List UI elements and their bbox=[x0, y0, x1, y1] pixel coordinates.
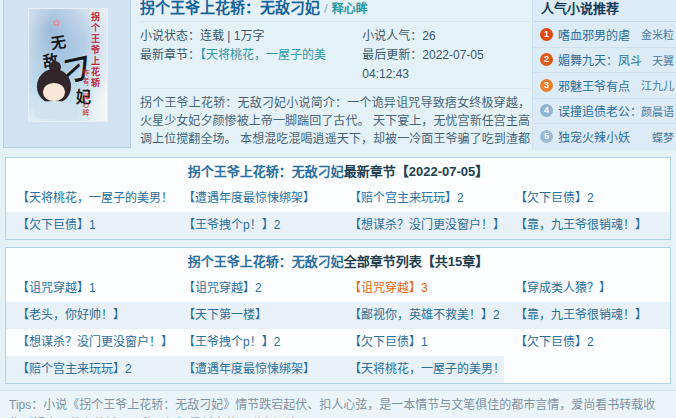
popularity-row: 小说人气：26 bbox=[362, 27, 530, 46]
popular-novels-sidebar: 人气小说推荐 1 嗜血邪男的虐 金米粒 2 媚舞九天：凤斗 天翼 3 邪魅王爷有… bbox=[532, 0, 676, 150]
chapter-link[interactable]: 【王爷拽个p！】2 bbox=[172, 212, 338, 239]
ranking-item[interactable]: 2 媚舞九天：凤斗 天翼 bbox=[533, 48, 676, 74]
book-header-section: ✿ 拐个王爷上花轿 无 敌 刁 妃 作者：释心眸 拐个王爷上花轿：无敌刁妃 / … bbox=[0, 0, 676, 150]
ranking-item[interactable]: 3 邪魅王爷有点 江九儿 bbox=[533, 73, 676, 99]
all-chapters-panel: 拐个王爷上花轿：无敌刁妃全部章节列表【共15章】 【诅咒穿越】1 【诅咒穿越】2… bbox=[5, 247, 671, 384]
cover-girl-illustration bbox=[35, 101, 75, 119]
status-row: 小说状态：连载 | 1万字 bbox=[140, 27, 362, 46]
latest-chapters-grid: 【天将桃花，一屋子的美男！】 【遭遇年度最惊悚绑架】 【赔个宫主来玩玩】2 【欠… bbox=[6, 185, 670, 239]
latest-chapters-header: 拐个王爷上花轿：无敌刁妃最新章节【2022-07-05】 bbox=[6, 158, 670, 185]
ranking-list: 1 嗜血邪男的虐 金米粒 2 媚舞九天：凤斗 天翼 3 邪魅王爷有点 江九儿 4… bbox=[533, 22, 676, 150]
flower-icon: ✿ bbox=[53, 18, 61, 28]
header-book-title: 拐个王爷上花轿：无敌刁妃 bbox=[188, 164, 344, 179]
chapter-link[interactable]: 【赔个宫主来玩玩】2 bbox=[6, 356, 172, 383]
chapter-link[interactable]: 【靠，九王爷很销魂！】 bbox=[504, 212, 670, 239]
chapter-link[interactable]: 【诅咒穿越】2 bbox=[172, 275, 338, 302]
chapter-link[interactable]: 【靠，九王爷很销魂！】 bbox=[504, 302, 670, 329]
book-intro: 拐个王爷上花轿：无敌刁妃小说简介：一个诡异诅咒导致痞女终极穿越，火星少女妃夕颜惨… bbox=[140, 94, 530, 150]
ranked-novel-title[interactable]: 误撞追债老公： bbox=[558, 102, 638, 119]
tips-footer: Tips：小说《拐个王爷上花轿：无敌刁妃》情节跌宕起伏、扣人心弦，是一本情节与文… bbox=[0, 390, 676, 418]
latest-chapter-link[interactable]: 【天将桃花，一屋子的美 bbox=[200, 48, 326, 62]
chapter-link[interactable]: 【欠下巨债】1 bbox=[338, 329, 504, 356]
sidebar-header: 人气小说推荐 bbox=[533, 0, 676, 22]
cover-girl-illustration bbox=[43, 83, 65, 101]
status-value: 连载 | 1万字 bbox=[200, 29, 264, 43]
ranking-item[interactable]: 4 误撞追债老公： 颜晨语 bbox=[533, 99, 676, 125]
ranked-novel-title[interactable]: 嗜血邪男的虐 bbox=[558, 26, 638, 43]
title-separator: / bbox=[324, 2, 327, 16]
cover-vertical-title: 拐个王爷上花轿 bbox=[89, 12, 102, 89]
ranked-novel-author: 天翼 bbox=[652, 52, 674, 68]
ranking-item[interactable]: 5 独宠火辣小妖 蝶梦 bbox=[533, 124, 676, 150]
rank-badge: 2 bbox=[540, 53, 553, 66]
chapter-link[interactable]: 【天将桃花，一屋子的美男！】 bbox=[338, 356, 504, 383]
ranked-novel-author: 颜晨语 bbox=[641, 103, 674, 119]
chapter-link[interactable]: 【欠下巨债】2 bbox=[504, 185, 670, 212]
chapter-link[interactable]: 【欠下巨债】1 bbox=[6, 212, 172, 239]
latest-chapter-row: 最新章节：【天将桃花，一屋子的美 bbox=[140, 46, 362, 84]
cover-author-line: 作者：释心眸 bbox=[80, 69, 90, 117]
chapter-link[interactable]: 【想谋杀？没门更没窗户！】 bbox=[338, 212, 504, 239]
status-label: 小说状态： bbox=[140, 29, 200, 43]
rank-badge: 1 bbox=[540, 28, 553, 41]
latest-chapter-label: 最新章节： bbox=[140, 48, 200, 62]
latest-chapters-panel: 拐个王爷上花轿：无敌刁妃最新章节【2022-07-05】 【天将桃花，一屋子的美… bbox=[5, 157, 671, 240]
header-suffix: 全部章节列表【共15章】 bbox=[344, 254, 488, 269]
updated-row: 最后更新：2022-07-05 04:12:43 bbox=[362, 46, 530, 84]
ranked-novel-author: 金米粒 bbox=[641, 26, 674, 42]
tips-text: Tips：小说《拐个王爷上花轿：无敌刁妃》情节跌宕起伏、扣人心弦，是一本情节与文… bbox=[9, 398, 655, 418]
chapter-link[interactable]: 【欠下巨债】2 bbox=[504, 329, 670, 356]
chapter-link[interactable]: 【天将桃花，一屋子的美男！】 bbox=[6, 185, 172, 212]
ranked-novel-title[interactable]: 邪魅王爷有点 bbox=[558, 77, 638, 94]
book-title-text: 拐个王爷上花轿：无敌刁妃 bbox=[140, 0, 320, 16]
chapter-link[interactable]: 【天下第一楼】 bbox=[172, 302, 338, 329]
chapter-link[interactable]: 【王爷拽个p！】2 bbox=[172, 329, 338, 356]
chapter-link[interactable]: 【穿成类人猿？】 bbox=[504, 275, 670, 302]
chapter-link[interactable]: 【想谋杀？没门更没窗户！】 bbox=[6, 329, 172, 356]
ranked-novel-title[interactable]: 媚舞九天：凤斗 bbox=[558, 51, 649, 68]
book-info: 拐个王爷上花轿：无敌刁妃 / 释心眸 小说状态：连载 | 1万字 小说人气：26… bbox=[140, 0, 530, 150]
ranking-item[interactable]: 1 嗜血邪男的虐 金米粒 bbox=[533, 22, 676, 48]
rank-badge: 5 bbox=[540, 130, 553, 143]
chapter-link[interactable]: 【遭遇年度最惊悚绑架】 bbox=[172, 356, 338, 383]
chapter-link[interactable]: 【赔个宫主来玩玩】2 bbox=[338, 185, 504, 212]
popularity-value: 26 bbox=[422, 29, 435, 43]
chapter-link[interactable]: 【老头，你好帅！】 bbox=[6, 302, 172, 329]
book-author-link[interactable]: 释心眸 bbox=[332, 2, 368, 16]
cover-big-char: 无 bbox=[50, 34, 67, 51]
book-cover-panel: ✿ 拐个王爷上花轿 无 敌 刁 妃 作者：释心眸 bbox=[3, 0, 131, 148]
ranked-novel-author: 蝶梦 bbox=[652, 129, 674, 145]
chapter-link[interactable]: 【鄙视你，英雄不救美！】2 bbox=[338, 302, 504, 329]
rank-badge: 4 bbox=[540, 104, 553, 117]
header-suffix: 最新章节【2022-07-05】 bbox=[344, 164, 489, 179]
chapter-link[interactable]: 【诅咒穿越】3 bbox=[338, 275, 504, 302]
book-meta: 小说状态：连载 | 1万字 小说人气：26 最新章节：【天将桃花，一屋子的美 最… bbox=[140, 27, 530, 89]
chapter-link[interactable]: 【诅咒穿越】1 bbox=[6, 275, 172, 302]
empty-cell bbox=[504, 356, 670, 383]
book-cover-image[interactable]: ✿ 拐个王爷上花轿 无 敌 刁 妃 作者：释心眸 bbox=[29, 9, 107, 121]
ranked-novel-title[interactable]: 独宠火辣小妖 bbox=[558, 128, 649, 145]
header-book-title: 拐个王爷上花轿：无敌刁妃 bbox=[188, 254, 344, 269]
all-chapters-header: 拐个王爷上花轿：无敌刁妃全部章节列表【共15章】 bbox=[6, 248, 670, 275]
rank-badge: 3 bbox=[540, 79, 553, 92]
chapter-link[interactable]: 【遭遇年度最惊悚绑架】 bbox=[172, 185, 338, 212]
popularity-label: 小说人气： bbox=[362, 29, 422, 43]
ranked-novel-author: 江九儿 bbox=[641, 77, 674, 93]
updated-label: 最后更新： bbox=[362, 48, 422, 62]
page-title: 拐个王爷上花轿：无敌刁妃 / 释心眸 bbox=[140, 0, 530, 22]
all-chapters-grid: 【诅咒穿越】1 【诅咒穿越】2 【诅咒穿越】3 【穿成类人猿？】 【老头，你好帅… bbox=[6, 275, 670, 383]
